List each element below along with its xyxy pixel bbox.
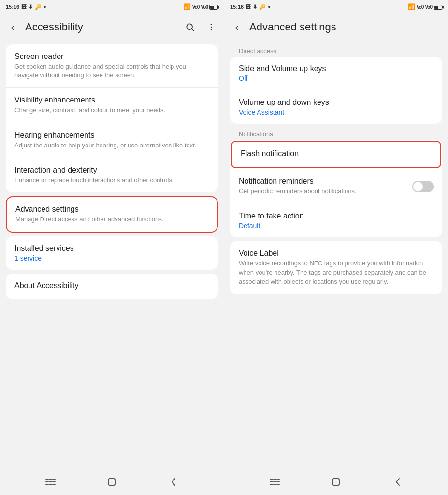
notification-reminders-title: Notification reminders bbox=[239, 177, 412, 186]
flash-notification-title: Flash notification bbox=[241, 149, 432, 158]
notifications-section: Notifications Flash notification Notific… bbox=[230, 128, 442, 237]
installed-services-title: Installed services bbox=[14, 244, 209, 253]
svg-point-0 bbox=[187, 24, 192, 29]
interaction-title: Interaction and dexterity bbox=[14, 166, 209, 175]
screen-reader-subtitle: Get spoken audio guidance and special co… bbox=[14, 62, 209, 80]
signal2-icon: Vo0 bbox=[201, 4, 208, 10]
nav-back-left[interactable] bbox=[164, 472, 183, 492]
notification-reminders-toggle[interactable] bbox=[412, 181, 434, 192]
installed-services-count: 1 service bbox=[14, 254, 209, 262]
volume-up-down-value: Voice Assistant bbox=[239, 108, 434, 116]
status-right-left: 📶 Vo0 Vo0 bbox=[184, 3, 218, 10]
time-left: 15:16 bbox=[6, 4, 19, 10]
download-icon: ⬇ bbox=[29, 4, 33, 10]
top-actions-left bbox=[181, 18, 220, 36]
svg-rect-24 bbox=[332, 479, 339, 485]
voice-label-card[interactable]: Voice Label Write voice recordings to NF… bbox=[230, 241, 442, 294]
svg-point-4 bbox=[211, 29, 212, 31]
nav-bar-left bbox=[0, 469, 224, 495]
svg-point-2 bbox=[211, 24, 212, 25]
key-icon: 🔑 bbox=[35, 4, 42, 10]
nav-bar-right bbox=[224, 469, 448, 495]
nav-back-right[interactable] bbox=[388, 472, 407, 492]
battery-left bbox=[209, 4, 218, 10]
image-icon: 🖼 bbox=[21, 4, 27, 10]
notifications-label: Notifications bbox=[230, 128, 442, 140]
svg-rect-14 bbox=[108, 479, 115, 485]
notification-reminders-item[interactable]: Notification reminders Get periodic remi… bbox=[230, 169, 442, 204]
right-panel: 15:16 🖼 ⬇ 🔑 ● 📶 Vo0 Vo0 ‹ Advanced setti… bbox=[224, 0, 448, 495]
content-left: Screen reader Get spoken audio guidance … bbox=[0, 41, 224, 469]
flash-notification-highlight: Flash notification bbox=[231, 141, 441, 168]
signal1-icon-r: Vo0 bbox=[417, 4, 424, 10]
voice-label-item[interactable]: Voice Label Write voice recordings to NF… bbox=[230, 241, 442, 294]
visibility-subtitle: Change size, contrast, and colour to mee… bbox=[14, 106, 209, 115]
time-to-take-action-title: Time to take action bbox=[239, 212, 434, 220]
advanced-settings-title: Advanced settings bbox=[15, 205, 208, 214]
time-to-take-action-item[interactable]: Time to take action Default bbox=[230, 204, 442, 237]
advanced-settings-subtitle: Manage Direct access and other advanced … bbox=[15, 215, 208, 224]
svg-point-3 bbox=[211, 27, 212, 28]
interaction-subtitle: Enhance or replace touch interactions an… bbox=[14, 176, 209, 185]
side-volume-up-item[interactable]: Side and Volume up keys Off bbox=[230, 57, 442, 90]
visibility-item[interactable]: Visibility enhancements Change size, con… bbox=[6, 88, 218, 123]
about-accessibility-item[interactable]: About Accessibility bbox=[6, 274, 218, 299]
volume-up-down-title: Volume up and down keys bbox=[239, 98, 434, 107]
signal2-icon-r: Vo0 bbox=[425, 4, 432, 10]
time-to-take-action-value: Default bbox=[239, 222, 434, 230]
page-title-right: Advanced settings bbox=[249, 21, 444, 33]
image-icon-r: 🖼 bbox=[246, 4, 251, 10]
wifi-icon: 📶 bbox=[184, 3, 191, 10]
flash-notification-item[interactable]: Flash notification bbox=[232, 142, 440, 167]
time-right: 15:16 bbox=[230, 4, 244, 10]
wifi-icon-r: 📶 bbox=[408, 3, 415, 10]
back-button-right[interactable]: ‹ bbox=[228, 18, 246, 36]
top-bar-left: ‹ Accessibility bbox=[0, 14, 224, 41]
left-panel: 15:16 🖼 ⬇ 🔑 ● 📶 Vo0 Vo0 ‹ Accessibility bbox=[0, 0, 224, 495]
nav-home-right[interactable] bbox=[326, 472, 346, 492]
content-right: Direct access Side and Volume up keys Of… bbox=[224, 41, 448, 469]
battery-right bbox=[434, 4, 442, 10]
status-left: 15:16 🖼 ⬇ 🔑 ● bbox=[6, 4, 46, 10]
nav-menu-right[interactable] bbox=[265, 472, 284, 492]
signal1-icon: Vo0 bbox=[192, 4, 200, 10]
hearing-subtitle: Adjust the audio to help your hearing, o… bbox=[14, 141, 209, 150]
back-button-left[interactable]: ‹ bbox=[4, 18, 21, 36]
nav-menu-left[interactable] bbox=[41, 472, 60, 492]
side-volume-up-title: Side and Volume up keys bbox=[239, 64, 434, 73]
top-bar-right: ‹ Advanced settings bbox=[224, 14, 448, 41]
advanced-settings-card[interactable]: Advanced settings Manage Direct access a… bbox=[6, 196, 218, 233]
notification-reminders-subtitle: Get periodic reminders about notificatio… bbox=[239, 187, 412, 196]
interaction-item[interactable]: Interaction and dexterity Enhance or rep… bbox=[6, 158, 218, 192]
about-accessibility-title: About Accessibility bbox=[14, 281, 209, 290]
status-right-right: 📶 Vo0 Vo0 bbox=[408, 3, 442, 10]
hearing-title: Hearing enhancements bbox=[14, 131, 209, 140]
svg-line-1 bbox=[192, 29, 194, 31]
side-volume-up-value: Off bbox=[239, 74, 434, 82]
volume-up-down-item[interactable]: Volume up and down keys Voice Assistant bbox=[230, 90, 442, 124]
voice-label-description: Write voice recordings to NFC tags to pr… bbox=[239, 259, 434, 287]
notifications-card: Flash notification Notification reminder… bbox=[230, 140, 442, 237]
status-bar-right: 15:16 🖼 ⬇ 🔑 ● 📶 Vo0 Vo0 bbox=[224, 0, 448, 14]
about-accessibility-card[interactable]: About Accessibility bbox=[6, 274, 218, 299]
status-left-right: 15:16 🖼 ⬇ 🔑 ● bbox=[230, 4, 271, 10]
dot-icon: ● bbox=[43, 4, 46, 9]
installed-services-card[interactable]: Installed services 1 service bbox=[6, 236, 218, 270]
search-button[interactable] bbox=[181, 18, 199, 36]
advanced-settings-item[interactable]: Advanced settings Manage Direct access a… bbox=[7, 197, 217, 232]
status-bar-left: 15:16 🖼 ⬇ 🔑 ● 📶 Vo0 Vo0 bbox=[0, 0, 224, 14]
more-options-button[interactable] bbox=[202, 18, 220, 36]
voice-label-title: Voice Label bbox=[239, 249, 434, 258]
nav-home-left[interactable] bbox=[102, 472, 121, 492]
hearing-item[interactable]: Hearing enhancements Adjust the audio to… bbox=[6, 123, 218, 158]
dot-icon-r: ● bbox=[268, 4, 270, 9]
download-icon-r: ⬇ bbox=[253, 4, 257, 10]
screen-reader-item[interactable]: Screen reader Get spoken audio guidance … bbox=[6, 44, 218, 88]
key-icon-r: 🔑 bbox=[259, 4, 266, 10]
visibility-title: Visibility enhancements bbox=[14, 96, 209, 104]
notification-reminders-text: Notification reminders Get periodic remi… bbox=[239, 177, 412, 196]
direct-access-card: Side and Volume up keys Off Volume up an… bbox=[230, 57, 442, 124]
screen-reader-title: Screen reader bbox=[14, 52, 209, 61]
installed-services-item[interactable]: Installed services 1 service bbox=[6, 236, 218, 270]
page-title-left: Accessibility bbox=[25, 21, 177, 33]
